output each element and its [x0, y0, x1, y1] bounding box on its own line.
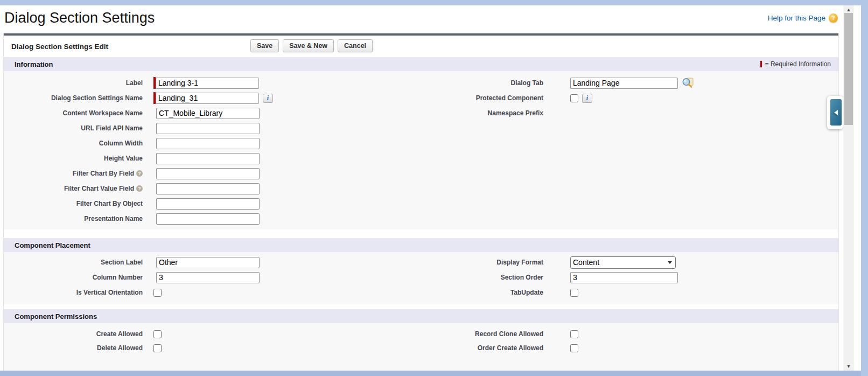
vertical-scrollbar[interactable]: ▲ ▼	[843, 5, 854, 371]
panel-title: Dialog Section Settings Edit	[4, 43, 108, 51]
section-header-information: Information = Required Information	[4, 57, 838, 71]
height-value-label: Height Value	[4, 155, 149, 162]
form-row: Column Width	[4, 136, 838, 151]
section-title: Component Permissions	[4, 312, 97, 321]
form-row: Height Value	[4, 151, 838, 166]
save-button[interactable]: Save	[250, 39, 279, 52]
dialog-tab-label: Dialog Tab	[425, 79, 550, 87]
display-format-label: Display Format	[425, 259, 550, 266]
is-vertical-orientation-checkbox[interactable]	[153, 289, 162, 297]
label-field-label: Label	[4, 79, 149, 87]
height-value-input[interactable]	[156, 153, 260, 164]
form-row: Dialog Section Settings Name i Protected…	[4, 90, 838, 106]
create-allowed-label: Create Allowed	[4, 330, 149, 338]
section-order-label: Section Order	[425, 274, 550, 281]
help-for-this-page[interactable]: Help for this Page ?	[768, 13, 838, 23]
field-help-icon[interactable]: ?	[136, 170, 143, 177]
cancel-button[interactable]: Cancel	[338, 39, 373, 52]
information-form: Label Dialog Tab	[4, 71, 838, 229]
tab-update-checkbox[interactable]	[570, 289, 578, 297]
required-legend: = Required Information	[760, 60, 838, 68]
presentation-name-label: Presentation Name	[4, 215, 149, 222]
bottom-background-strip	[0, 371, 861, 376]
lookup-magnifier-icon	[682, 78, 694, 88]
form-row: Content Workspace Name Namespace Prefix	[4, 106, 838, 121]
delete-allowed-checkbox[interactable]	[153, 344, 162, 352]
section-header-component-permissions: Component Permissions	[4, 309, 838, 323]
section-order-input[interactable]	[570, 272, 678, 283]
content-workspace-input[interactable]	[156, 108, 260, 119]
scrollbar-thumb[interactable]	[844, 13, 853, 125]
dialog-tab-input[interactable]	[570, 78, 678, 89]
sidebar-collapse-button[interactable]	[830, 99, 842, 126]
help-question-icon[interactable]: ?	[829, 13, 838, 23]
is-vertical-orientation-label: Is Vertical Orientation	[4, 289, 149, 296]
right-background-strip	[861, 0, 868, 376]
settings-name-label: Dialog Section Settings Name	[4, 94, 149, 102]
filter-chart-by-field-input[interactable]	[156, 168, 260, 179]
order-create-allowed-label: Order Create Allowed	[425, 344, 550, 352]
content-workspace-label: Content Workspace Name	[4, 109, 149, 117]
section-label-input[interactable]	[156, 257, 260, 268]
arrow-left-icon	[834, 110, 838, 115]
filter-chart-value-field-input[interactable]	[156, 183, 260, 194]
filter-chart-by-field-label: Filter Chart By Field	[73, 170, 134, 177]
form-row: Filter Chart By Object	[4, 196, 838, 211]
settings-name-input[interactable]	[156, 93, 259, 104]
display-format-select[interactable]: Content	[570, 256, 676, 269]
label-input[interactable]	[156, 78, 259, 89]
order-create-allowed-checkbox[interactable]	[570, 344, 578, 352]
filter-chart-by-object-input[interactable]	[156, 198, 260, 210]
page-title: Dialog Section Settings	[4, 10, 155, 26]
form-row: Create Allowed Record Clone Allowed	[4, 327, 838, 341]
form-row: Presentation Name	[4, 211, 838, 226]
url-field-api-name-label: URL Field API Name	[4, 124, 149, 132]
protected-component-checkbox[interactable]	[570, 94, 578, 102]
form-row: Is Vertical Orientation TabUpdate	[4, 285, 838, 300]
action-button-group: Save Save & New Cancel	[250, 39, 373, 52]
form-row: Filter Chart Value Field ?	[4, 181, 838, 196]
namespace-prefix-label: Namespace Prefix	[425, 109, 550, 117]
presentation-name-input[interactable]	[156, 213, 260, 225]
help-link[interactable]: Help for this Page	[768, 14, 825, 22]
filter-chart-value-field-label: Filter Chart Value Field	[64, 185, 134, 192]
protected-component-info-icon[interactable]: i	[582, 94, 592, 103]
display-format-selected-value: Content	[573, 258, 599, 267]
required-legend-text: = Required Information	[765, 60, 831, 68]
scroll-down-icon[interactable]: ▼	[843, 364, 854, 369]
field-help-icon[interactable]: ?	[136, 185, 143, 192]
section-label-label: Section Label	[4, 259, 149, 266]
page-root: Dialog Section Settings Help for this Pa…	[0, 0, 868, 376]
delete-allowed-label: Delete Allowed	[4, 344, 149, 352]
tab-update-label: TabUpdate	[425, 289, 550, 296]
component-permissions-form: Create Allowed Record Clone Allowed Dele…	[4, 323, 838, 373]
column-width-label: Column Width	[4, 140, 149, 147]
settings-name-info-icon[interactable]: i	[263, 94, 273, 103]
create-allowed-checkbox[interactable]	[153, 330, 162, 338]
form-row: Column Number Section Order	[4, 270, 838, 285]
save-and-new-button[interactable]: Save & New	[283, 39, 334, 52]
record-clone-allowed-label: Record Clone Allowed	[425, 330, 550, 338]
section-title: Component Placement	[4, 241, 90, 249]
section-gap	[4, 304, 838, 309]
edit-panel: Dialog Section Settings Edit Save Save &…	[3, 33, 839, 371]
component-placement-form: Section Label Display Format Content Col…	[4, 252, 838, 304]
section-title: Information	[4, 60, 53, 68]
chevron-down-icon	[668, 261, 672, 264]
scroll-up-icon[interactable]: ▲	[843, 7, 854, 12]
url-field-api-name-input[interactable]	[156, 123, 260, 134]
section-gap	[4, 229, 838, 238]
dialog-tab-lookup-button[interactable]	[682, 78, 694, 88]
panel-header: Dialog Section Settings Edit Save Save &…	[4, 36, 838, 57]
form-row: Delete Allowed Order Create Allowed	[4, 341, 838, 355]
required-indicator-icon	[760, 61, 762, 67]
column-width-input[interactable]	[156, 138, 260, 149]
form-row: Section Label Display Format Content	[4, 255, 838, 270]
filter-chart-by-object-label: Filter Chart By Object	[4, 200, 149, 207]
section-header-component-placement: Component Placement	[4, 238, 838, 252]
record-clone-allowed-checkbox[interactable]	[570, 330, 578, 338]
form-row: Filter Chart By Field ?	[4, 166, 838, 181]
column-number-label: Column Number	[4, 274, 149, 281]
column-number-input[interactable]	[156, 272, 260, 283]
top-background-strip	[0, 0, 868, 5]
